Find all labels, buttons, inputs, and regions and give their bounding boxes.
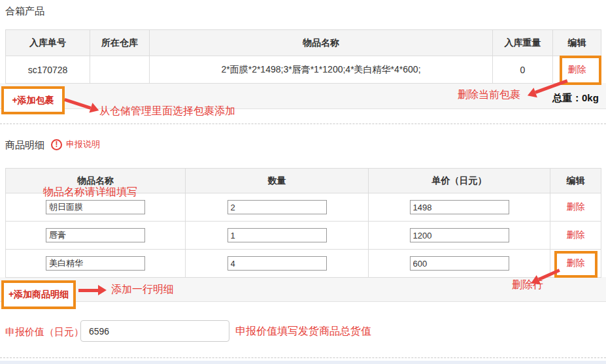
arrow-add-row (78, 285, 107, 295)
price-input[interactable] (410, 200, 509, 214)
col-header-unit-price: 单价（日元） (369, 169, 550, 193)
price-input[interactable] (410, 228, 509, 242)
col-header-warehouse: 所在仓库 (90, 30, 150, 56)
detail-table: 物品名称 数量 单价（日元） 编辑 删除 删除 删除 (5, 168, 601, 278)
box-table-header-row: 入库单号 所在仓库 物品名称 入库重量 编辑 (6, 30, 601, 56)
cell-weight: 0 (493, 56, 553, 84)
declare-note[interactable]: ! 申报说明 (51, 139, 100, 150)
cell-order-no: sc170728 (6, 56, 90, 84)
annotation-declared-value-hint: 申报价值填写发货商品总货值 (235, 325, 371, 339)
add-detail-button[interactable]: +添加商品明细 (1, 280, 76, 309)
dashed-divider-bottom (0, 357, 606, 358)
section-title-box-products: 合箱产品 (5, 5, 44, 18)
detail-row: 删除 (6, 250, 601, 278)
qty-input[interactable] (227, 228, 327, 242)
alert-icon: ! (51, 139, 62, 150)
annotation-delete-package: 删除当前包裹 (458, 88, 520, 102)
item-name-input[interactable] (46, 200, 145, 214)
bottom-bar (0, 361, 606, 364)
col-header-qty: 数量 (186, 169, 369, 193)
col-header-inbound-weight: 入库重量 (493, 30, 553, 56)
dashed-divider-top (0, 124, 606, 124)
box-table-row: sc170728 2*面膜*2*1498;3*唇膏*1*1200;4*美白精华*… (6, 56, 601, 84)
delete-row-link[interactable]: 删除 (567, 229, 585, 240)
detail-row: 删除 (6, 222, 601, 250)
qty-input[interactable] (227, 200, 327, 214)
item-name-input[interactable] (46, 228, 145, 242)
page: 合箱产品 入库单号 所在仓库 物品名称 入库重量 编辑 sc170728 2*面… (0, 0, 606, 364)
qty-input[interactable] (227, 256, 327, 271)
delete-row-link[interactable]: 删除 (567, 257, 585, 268)
declared-value-label: 申报价值（日元） (5, 326, 84, 339)
add-package-button[interactable]: +添加包裹 (1, 86, 65, 114)
delete-row-link[interactable]: 删除 (567, 201, 585, 212)
col-header-detail-edit: 编辑 (550, 169, 601, 193)
annotation-add-package: 从仓储管理里面选择包裹添加 (99, 105, 235, 118)
delete-package-link[interactable]: 删除 (568, 64, 586, 74)
col-header-item-name: 物品名称 (150, 30, 493, 56)
col-header-inbound-no: 入库单号 (6, 30, 90, 56)
price-input[interactable] (410, 256, 509, 271)
section-title-detail: 商品明细 (5, 139, 44, 152)
declare-note-label: 申报说明 (66, 139, 100, 150)
declared-value-input[interactable] (80, 320, 229, 342)
annotation-item-name-hint: 物品名称请详细填写 (43, 186, 137, 199)
box-products-table: 入库单号 所在仓库 物品名称 入库重量 编辑 sc170728 2*面膜*2*1… (5, 29, 601, 84)
annotation-add-row: 添加一行明细 (111, 283, 174, 297)
cell-warehouse (90, 56, 150, 84)
cell-item-names: 2*面膜*2*1498;3*唇膏*1*1200;4*美白精华*4*600; (150, 56, 493, 84)
total-weight-label: 总重：0kg (552, 92, 599, 105)
col-header-edit: 编辑 (553, 30, 601, 56)
item-name-input[interactable] (46, 256, 145, 271)
